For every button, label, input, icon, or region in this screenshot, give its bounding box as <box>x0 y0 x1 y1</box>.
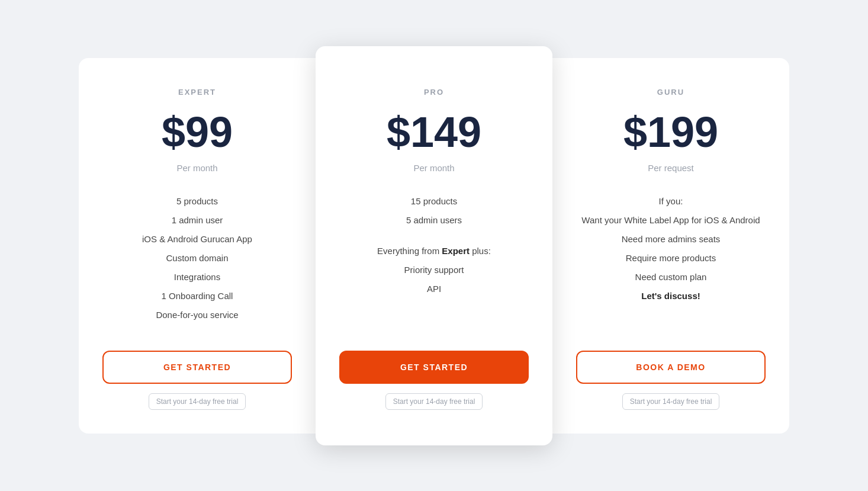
plan-period-guru: Per request <box>648 163 694 173</box>
feature-spacer <box>339 232 529 239</box>
plan-features-guru: If you:Want your White Label App for iOS… <box>576 194 766 327</box>
feature-item: 15 products <box>339 194 529 208</box>
plan-card-guru: GURU$199Per requestIf you:Want your Whit… <box>552 58 789 434</box>
feature-item: 5 products <box>102 194 292 208</box>
feature-item: API <box>339 282 529 296</box>
feature-item: Require more products <box>576 251 766 265</box>
feature-item: 5 admin users <box>339 213 529 227</box>
feature-item: Custom domain <box>102 251 292 265</box>
plan-features-pro: 15 products5 admin usersEverything from … <box>339 194 529 327</box>
feature-item: iOS & Android Gurucan App <box>102 232 292 246</box>
feature-item: Done-for-you service <box>102 308 292 322</box>
cta-button-pro[interactable]: GET STARTED <box>339 351 529 384</box>
plan-period-expert: Per month <box>176 163 217 173</box>
trial-text-pro: Start your 14-day free trial <box>385 393 483 410</box>
plan-price-guru: $199 <box>623 111 718 153</box>
feature-item: Integrations <box>102 270 292 284</box>
cta-button-guru[interactable]: BOOK A DEMO <box>576 351 766 384</box>
feature-item: Want your White Label App for iOS & Andr… <box>576 213 766 227</box>
plan-card-expert: EXPERT$99Per month5 products1 admin user… <box>79 58 316 434</box>
trial-text-guru: Start your 14-day free trial <box>622 393 720 410</box>
plan-features-expert: 5 products1 admin useriOS & Android Guru… <box>102 194 292 327</box>
feature-item: Everything from Expert plus: <box>339 244 529 258</box>
plan-price-expert: $99 <box>162 111 233 153</box>
plan-card-pro: PRO$149Per month15 products5 admin users… <box>316 46 552 445</box>
feature-item: Need custom plan <box>576 270 766 284</box>
pricing-container: EXPERT$99Per month5 products1 admin user… <box>79 58 789 434</box>
plan-name-expert: EXPERT <box>178 88 216 97</box>
feature-item: If you: <box>576 194 766 208</box>
trial-text-expert: Start your 14-day free trial <box>149 393 246 410</box>
plan-price-pro: $149 <box>387 111 481 153</box>
cta-button-expert[interactable]: GET STARTED <box>102 351 292 384</box>
plan-name-guru: GURU <box>657 88 684 97</box>
plan-period-pro: Per month <box>413 163 454 173</box>
feature-item: Let's discuss! <box>576 289 766 303</box>
feature-item: 1 Onboarding Call <box>102 289 292 303</box>
feature-item: Need more admins seats <box>576 232 766 246</box>
feature-item: 1 admin user <box>102 213 292 227</box>
plan-name-pro: PRO <box>424 88 444 97</box>
feature-item: Priority support <box>339 263 529 277</box>
